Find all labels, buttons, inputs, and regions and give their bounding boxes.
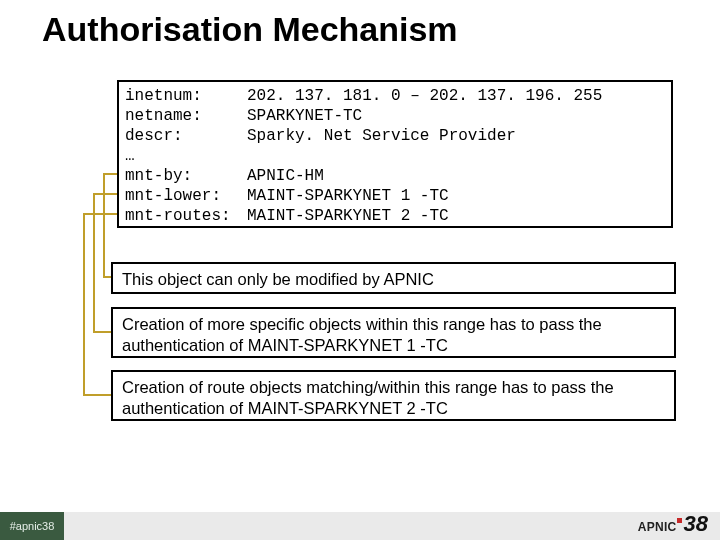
- whois-object-box: inetnum:202. 137. 181. 0 – 202. 137. 196…: [117, 80, 673, 228]
- footer-bar: [0, 512, 720, 540]
- page-title: Authorisation Mechanism: [42, 10, 458, 49]
- field-val-mntroutes: MAINT-SPARKYNET 2 -TC: [247, 207, 449, 225]
- field-key-mntroutes: mnt-routes:: [125, 206, 247, 226]
- field-key-netname: netname:: [125, 106, 247, 126]
- logo-text: APNIC: [638, 520, 677, 534]
- hashtag-badge: #apnic38: [0, 512, 64, 540]
- explain-mnt-by: This object can only be modified by APNI…: [111, 262, 676, 294]
- whois-object: inetnum:202. 137. 181. 0 – 202. 137. 196…: [125, 86, 665, 226]
- field-key-mntby: mnt-by:: [125, 166, 247, 186]
- field-key-ellipsis: …: [125, 146, 247, 166]
- field-val-mntby: APNIC-HM: [247, 167, 324, 185]
- logo-number: 38: [684, 511, 708, 537]
- field-val-netname: SPARKYNET-TC: [247, 107, 362, 125]
- field-val-inetnum: 202. 137. 181. 0 – 202. 137. 196. 255: [247, 87, 602, 105]
- apnic-logo: APNIC 38: [638, 511, 708, 537]
- field-key-descr: descr:: [125, 126, 247, 146]
- explain-mnt-lower: Creation of more specific objects within…: [111, 307, 676, 358]
- explain-mnt-routes: Creation of route objects matching/withi…: [111, 370, 676, 421]
- field-key-inetnum: inetnum:: [125, 86, 247, 106]
- field-val-mntlower: MAINT-SPARKYNET 1 -TC: [247, 187, 449, 205]
- slide: Authorisation Mechanism inetnum:202. 137…: [0, 0, 720, 540]
- field-val-descr: Sparky. Net Service Provider: [247, 127, 516, 145]
- field-key-mntlower: mnt-lower:: [125, 186, 247, 206]
- logo-dot-icon: [677, 518, 682, 523]
